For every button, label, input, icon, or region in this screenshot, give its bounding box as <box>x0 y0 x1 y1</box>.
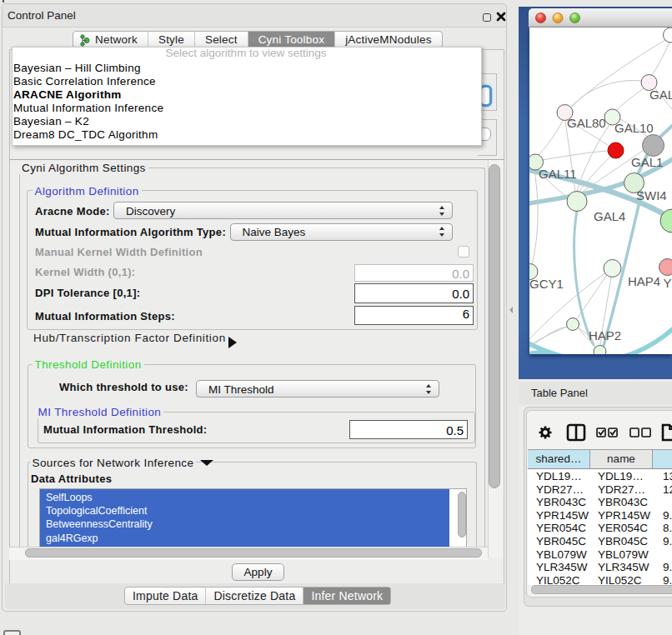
svg-text:HAP4: HAP4 <box>628 274 660 288</box>
svg-text:GAL4: GAL4 <box>594 209 625 223</box>
svg-text:GAL7: GAL7 <box>649 88 672 102</box>
svg-text:Y: Y <box>664 276 672 290</box>
svg-text:GAL11: GAL11 <box>539 167 577 181</box>
svg-text:GAL80: GAL80 <box>567 116 606 130</box>
svg-text:GAL1: GAL1 <box>631 155 663 169</box>
svg-text:GCY1: GCY1 <box>529 277 564 291</box>
svg-text:SWI4: SWI4 <box>636 188 667 202</box>
svg-text:GAL10: GAL10 <box>614 121 654 135</box>
svg-text:HAP2: HAP2 <box>589 328 621 342</box>
